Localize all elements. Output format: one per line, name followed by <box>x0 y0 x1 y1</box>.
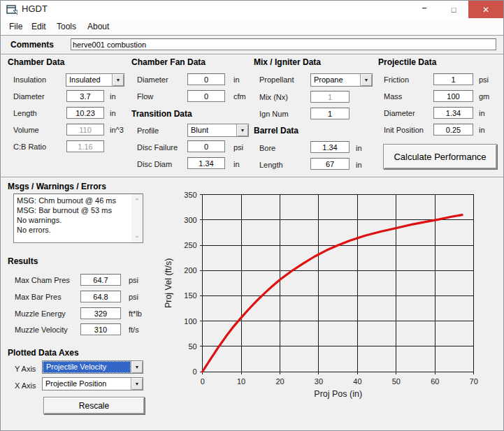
projectile-diameter-label: Diameter <box>384 109 415 117</box>
x-axis-select[interactable]: Projectile Position ▼ <box>42 377 143 390</box>
window-title: HGDT <box>22 3 48 14</box>
insulation-label: Insulation <box>13 75 46 84</box>
propellant-select[interactable]: Propane ▼ <box>310 73 373 87</box>
max-bar-pres-value <box>80 291 121 302</box>
svg-text:0: 0 <box>201 377 205 386</box>
message-line: MSG: Bar burnout @ 53 ms <box>17 205 130 215</box>
disc-failure-input[interactable] <box>187 140 225 152</box>
bore-unit: in <box>356 144 362 152</box>
profile-select[interactable]: Blunt ▼ <box>187 124 249 137</box>
dropdown-arrow-icon[interactable]: ▼ <box>112 74 124 86</box>
svg-text:40: 40 <box>353 377 361 386</box>
dropdown-arrow-icon[interactable]: ▼ <box>131 378 143 390</box>
fan-flow-label: Flow <box>137 92 153 101</box>
projectile-diameter-unit: in <box>479 109 485 117</box>
dropdown-arrow-icon[interactable]: ▼ <box>131 361 143 373</box>
projectile-data-title: Projectile Data <box>378 57 436 67</box>
menu-about[interactable]: About <box>87 22 109 31</box>
app-window: HGDT – □ ✕ File Edit Tools About Comment… <box>0 0 504 431</box>
muzzle-energy-value <box>80 307 121 319</box>
barrel-length-unit: in <box>356 161 362 169</box>
svg-text:350: 350 <box>184 191 196 199</box>
chamber-fan-data-title: Chamber Fan Data <box>131 57 206 67</box>
max-cham-pres-unit: psi <box>129 276 138 284</box>
svg-text:100: 100 <box>184 317 196 326</box>
ign-num-input[interactable] <box>310 108 350 119</box>
svg-text:200: 200 <box>184 266 196 275</box>
init-position-input[interactable] <box>433 124 473 136</box>
muzzle-velocity-label: Muzzle Velocity <box>15 326 68 334</box>
messages-lines: MSG: Chm burnout @ 46 ms MSG: Bar burnou… <box>17 196 130 235</box>
svg-text:Proj Vel (ft/s): Proj Vel (ft/s) <box>164 258 173 309</box>
y-axis-label: Y Axis <box>15 365 36 373</box>
mass-input[interactable] <box>433 90 473 102</box>
fan-flow-unit: cfm <box>233 92 246 101</box>
transition-data-title: Transition Data <box>131 109 192 119</box>
chamber-diameter-unit: in <box>110 92 116 101</box>
ign-num-label: Ign Num <box>259 110 289 118</box>
propellant-label: Propellant <box>259 75 294 84</box>
messages-scrollbar[interactable]: ⌃ ⌄ <box>131 194 143 242</box>
disc-failure-unit: psi <box>233 143 243 152</box>
close-button[interactable]: ✕ <box>468 1 503 18</box>
comments-input[interactable] <box>71 38 496 50</box>
y-axis-select[interactable]: Projectile Velocity ▼ <box>42 360 143 374</box>
menu-tools[interactable]: Tools <box>57 22 76 31</box>
profile-label: Profile <box>137 126 159 135</box>
friction-input[interactable] <box>433 73 473 85</box>
chamber-length-input[interactable] <box>66 107 104 119</box>
calculate-performance-button[interactable]: Calculate Performance <box>383 144 497 169</box>
menu-file[interactable]: File <box>9 22 22 31</box>
scroll-down-icon[interactable]: ⌄ <box>131 231 143 240</box>
muzzle-velocity-unit: ft/s <box>129 326 139 334</box>
mix-igniter-data-title: Mix / Igniter Data <box>254 57 321 67</box>
max-cham-pres-label: Max Cham Pres <box>15 276 70 284</box>
disc-failure-label: Disc Failure <box>137 143 178 152</box>
chamber-length-label: Length <box>13 109 37 117</box>
message-line: No warnings. <box>17 215 130 225</box>
app-form-icon <box>6 4 17 15</box>
init-position-unit: in <box>479 126 485 134</box>
dropdown-arrow-icon[interactable]: ▼ <box>236 124 248 136</box>
svg-text:70: 70 <box>470 377 478 386</box>
disc-diam-input[interactable] <box>187 157 225 169</box>
svg-text:20: 20 <box>275 377 284 386</box>
minimize-button[interactable]: – <box>410 1 439 18</box>
cb-ratio-input <box>66 140 104 152</box>
chamber-diameter-input[interactable] <box>66 90 104 102</box>
init-position-label: Init Position <box>384 126 424 134</box>
rescale-button[interactable]: Rescale <box>43 397 145 414</box>
messages-box[interactable]: MSG: Chm burnout @ 46 ms MSG: Bar burnou… <box>13 193 143 243</box>
chamber-volume-input <box>66 124 104 136</box>
disc-diam-label: Disc Diam <box>137 160 172 168</box>
menu-edit[interactable]: Edit <box>31 22 46 31</box>
barrel-length-label: Length <box>259 161 283 169</box>
maximize-button[interactable]: □ <box>439 1 468 18</box>
message-line: MSG: Chm burnout @ 46 ms <box>17 196 130 205</box>
svg-text:50: 50 <box>392 377 401 386</box>
cb-ratio-label: C:B Ratio <box>13 143 46 151</box>
fan-diameter-input[interactable] <box>187 73 225 85</box>
friction-unit: psi <box>479 75 489 84</box>
muzzle-velocity-value <box>80 323 121 335</box>
svg-text:150: 150 <box>184 291 196 300</box>
fan-flow-input[interactable] <box>187 90 225 102</box>
max-bar-pres-label: Max Bar Pres <box>15 293 62 301</box>
max-cham-pres-value <box>80 274 121 286</box>
menu-bar: File Edit Tools About <box>1 18 503 36</box>
chamber-data-title: Chamber Data <box>8 57 64 67</box>
bore-input[interactable] <box>310 141 350 153</box>
section-divider <box>1 177 503 178</box>
mix-nx-input <box>310 91 350 103</box>
barrel-data-title: Barrel Data <box>254 126 298 136</box>
barrel-length-input[interactable] <box>310 158 350 170</box>
insulation-select[interactable]: Insulated ▼ <box>66 73 124 87</box>
dropdown-arrow-icon[interactable]: ▼ <box>360 74 372 86</box>
message-line: No errors. <box>17 225 130 235</box>
scroll-up-icon[interactable]: ⌃ <box>131 196 143 206</box>
bore-label: Bore <box>259 144 275 152</box>
projectile-diameter-input[interactable] <box>433 107 473 119</box>
svg-text:30: 30 <box>315 377 323 386</box>
svg-text:60: 60 <box>431 377 439 386</box>
title-bar: HGDT – □ ✕ <box>1 1 503 18</box>
